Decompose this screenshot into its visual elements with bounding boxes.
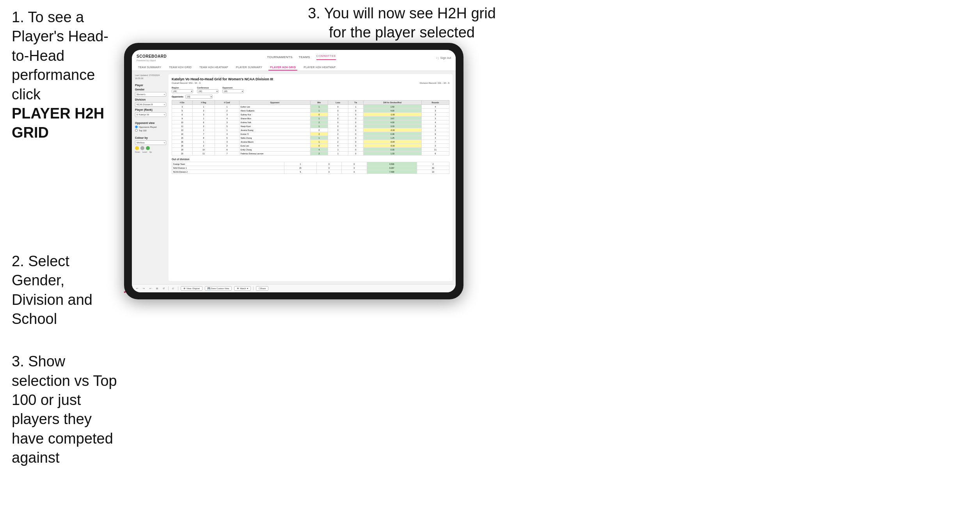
cell-conf: 4	[215, 132, 239, 136]
opponent-view-section: Opponent view Opponents Played Top 100	[135, 122, 166, 132]
cell-diff: -5.00	[363, 144, 421, 148]
cell-win: 0	[310, 144, 328, 148]
cell-tie: 0	[348, 148, 363, 152]
cell-out-name: NCAA Division 2	[172, 170, 284, 174]
cell-diff: -3.00	[363, 128, 421, 132]
nav-link-committee[interactable]: COMMITTEE	[316, 54, 336, 60]
out-of-division-label: Out of division	[172, 158, 449, 161]
colour-select[interactable]: Win/loss	[135, 140, 166, 145]
copy-button[interactable]: ⊞	[155, 287, 159, 290]
toolbar-divider-2	[178, 286, 178, 290]
toolbar-divider-3	[253, 286, 254, 290]
cell-tie: 0	[348, 124, 363, 128]
conference-select[interactable]: (All)	[197, 89, 218, 93]
cell-reg: 3	[192, 113, 215, 117]
cell-reg: 7	[192, 132, 215, 136]
gender-select[interactable]: Women's Men's	[135, 92, 166, 97]
cell-tie: 0	[348, 117, 363, 120]
refresh-button[interactable]: ↺	[162, 287, 166, 290]
cell-reg: 6	[192, 120, 215, 124]
instruction-2: 2. Select Gender, Division and School	[12, 252, 117, 329]
table-row: 9 1 4 Sharon Mun 1 0 0 3.67 3	[172, 117, 449, 120]
sub-nav-player-summary[interactable]: PLAYER SUMMARY	[234, 65, 264, 71]
cell-div: 5	[172, 109, 193, 113]
table-row: 13 1 1 Jessica Huang 0 0 0 -3.00 2	[172, 128, 449, 132]
cell-tie: 0	[348, 136, 363, 140]
cell-win: 1	[310, 136, 328, 140]
radio-top100[interactable]: Top 100	[135, 129, 166, 132]
cell-div: 6	[172, 113, 193, 117]
table-row: 14 7 4 Eunice Yi 2 2 0 0.38 9	[172, 132, 449, 136]
sub-nav-team-summary[interactable]: TEAM SUMMARY	[137, 65, 163, 71]
view-original-button[interactable]: 👁 View: Original	[181, 286, 202, 291]
out-of-division-table: Foreign Team 1 0 0 4.500 2 NAIA Division…	[172, 162, 449, 174]
gender-select-wrap: Women's Men's ▾	[135, 92, 166, 97]
col-div: # Div	[172, 101, 193, 105]
radio-top100-input[interactable]	[135, 129, 138, 132]
save-icon: 💾	[208, 287, 210, 290]
col-conf: # Conf	[215, 101, 239, 105]
cell-loss: 0	[328, 109, 348, 113]
cell-win: 1	[310, 109, 328, 113]
cell-reg: 2	[192, 109, 215, 113]
gender-label: Gender	[135, 88, 166, 91]
cell-diff: -1.00	[363, 113, 421, 117]
cell-loss: 4	[328, 144, 348, 148]
cell-out-loss: 0	[316, 170, 341, 174]
cell-conf: 2	[215, 144, 239, 148]
region-filter: Region (All) ▾	[172, 87, 193, 93]
cell-loss: 0	[328, 128, 348, 132]
cell-out-tie: 0	[342, 170, 367, 174]
cell-loss: 2	[328, 140, 348, 144]
cell-diff: 4.00	[363, 109, 421, 113]
cell-conf: 1	[215, 128, 239, 132]
instruction-3-right: 3. You will now see H2H grid for the pla…	[304, 4, 499, 42]
cell-out-loss: 0	[316, 162, 341, 166]
region-select[interactable]: (All)	[172, 89, 193, 93]
sub-nav-player-h2h-heatmap[interactable]: PLAYER H2H HEATMAP	[302, 65, 337, 71]
cell-rounds: 11	[421, 148, 449, 152]
radio-opponents-played[interactable]: Opponents Played	[135, 126, 166, 128]
sub-nav-team-h2h-grid[interactable]: TEAM H2H GRID	[167, 65, 193, 71]
cell-opponent: Federica Domecq Lacroze	[239, 152, 310, 156]
cell-reg: 1	[192, 105, 215, 109]
player-rank-select[interactable]: 8. Katelyn Vo	[135, 112, 166, 117]
nav-links: TOURNAMENTS TEAMS COMMITTEE	[267, 54, 336, 60]
division-label: Division	[135, 98, 166, 101]
table-row: 5 2 2 Alexis Sudijanto 1 0 0 4.00 3	[172, 109, 449, 113]
cell-conf: 1	[215, 105, 239, 109]
division-record: Division Record: 331 - 34 - 6	[420, 82, 449, 84]
division-select[interactable]: NCAA Division III NCAA Division I NCAA D…	[135, 102, 166, 107]
player-rank-select-wrap: 8. Katelyn Vo ▾	[135, 112, 166, 117]
out-of-division: Out of division Foreign Team 1 0 0 4.500…	[172, 158, 449, 174]
radio-opponents-played-input[interactable]	[135, 126, 138, 128]
cell-div: 20	[172, 152, 193, 156]
cell-out-win: 5	[284, 170, 316, 174]
instruction-1: 1. To see a Player's Head-to-Head perfor…	[12, 8, 117, 143]
share-button[interactable]: ⟨ Share	[256, 286, 269, 291]
cell-opponent: Stella Cheng	[239, 136, 310, 140]
cell-opponent: Jessica Huang	[239, 128, 310, 132]
nav-link-tournaments[interactable]: TOURNAMENTS	[267, 55, 293, 59]
opponent-select[interactable]: (All)	[222, 89, 244, 93]
undo-button[interactable]: ↩	[135, 287, 139, 290]
nav-link-teams[interactable]: TEAMS	[299, 55, 310, 59]
table-row: 20 11 7 Federica Domecq Lacroze 2 1 0 1.…	[172, 152, 449, 156]
sub-nav-player-h2h-grid[interactable]: PLAYER H2H GRID	[268, 65, 297, 71]
opponents-filter-select[interactable]: (All)	[185, 95, 213, 99]
cell-win: 2	[310, 132, 328, 136]
cell-win: 2	[310, 120, 328, 124]
undo2-button[interactable]: ↩	[148, 287, 153, 290]
colour-dots	[135, 146, 166, 150]
watch-button[interactable]: 👁 Watch ▾	[234, 286, 250, 291]
cell-tie: 0	[348, 113, 363, 117]
redo-button[interactable]: ↪	[142, 287, 146, 290]
save-custom-view-button[interactable]: 💾 Save Custom View	[205, 286, 232, 291]
colour-select-wrap: Win/loss ▾	[135, 140, 166, 145]
sign-out-button[interactable]: Sign out	[440, 56, 451, 60]
cell-rounds: 7	[421, 140, 449, 144]
cell-div: 18	[172, 144, 193, 148]
sub-nav-team-h2h-heatmap[interactable]: TEAM H2H HEATMAP	[198, 65, 230, 71]
table-row: 16 1 3 Jessica Mason 1 2 0 -0.94 7	[172, 140, 449, 144]
cell-conf: 3	[215, 113, 239, 117]
